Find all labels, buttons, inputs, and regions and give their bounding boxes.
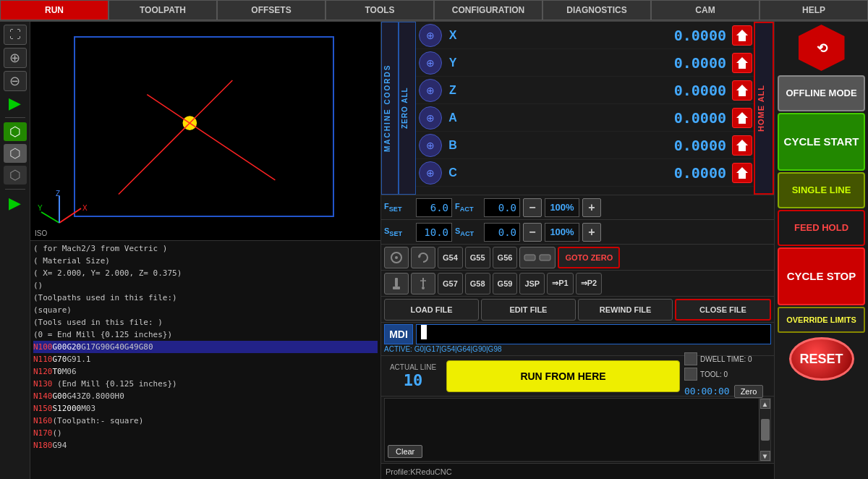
- offline-mode-button[interactable]: OFFLINE MODE: [778, 75, 865, 111]
- feed-minus-button[interactable]: −: [523, 198, 542, 217]
- clear-button[interactable]: Clear: [388, 445, 422, 458]
- speed-row: SSET 10.0 SACT 0.0 − 100% +: [381, 220, 774, 245]
- layer-green-button[interactable]: ⬡: [4, 122, 27, 141]
- home-y-button[interactable]: [732, 53, 752, 73]
- load-file-button[interactable]: LOAD FILE: [384, 299, 479, 321]
- speed-plus-button[interactable]: +: [582, 223, 601, 242]
- svg-line-2: [190, 123, 275, 180]
- layer-dark-button[interactable]: ⬡: [4, 166, 27, 185]
- code-line: (square): [33, 304, 378, 316]
- p1-button[interactable]: ⇒P1: [547, 273, 573, 294]
- canvas-viewport: ISO X Y Z: [30, 22, 380, 240]
- far-right-panel: ⟲ OFFLINE MODE CYCLE START SINGLE LINE F…: [774, 22, 868, 479]
- coord-icon-y[interactable]: ⊕: [419, 51, 442, 75]
- g56-button[interactable]: G56: [493, 247, 518, 268]
- feed-plus-button[interactable]: +: [582, 198, 601, 217]
- layer-gray-button[interactable]: ⬡: [4, 144, 27, 163]
- reset-area: RESET: [778, 337, 865, 381]
- sact-value: 0.0: [484, 223, 520, 242]
- divider: [5, 117, 25, 118]
- logo-area: ⟲: [778, 25, 865, 71]
- nav-toolpath[interactable]: TOOLPATH: [109, 0, 217, 20]
- probe-icon-button[interactable]: [411, 273, 435, 294]
- scroll-bar[interactable]: ▲ ▼: [759, 399, 770, 461]
- logo-icon: ⟲: [799, 25, 845, 71]
- single-line-button[interactable]: SINGLE LINE: [778, 172, 865, 208]
- p2-button[interactable]: ⇒P2: [576, 273, 602, 294]
- nav-run[interactable]: RUN: [0, 0, 109, 20]
- coord-icon-b[interactable]: ⊕: [419, 134, 442, 157]
- canvas-inner: [74, 36, 334, 217]
- mdi-input[interactable]: [416, 324, 771, 344]
- home-c-button[interactable]: [732, 163, 752, 183]
- mdi-label: MDI: [384, 324, 413, 344]
- scroll-thumb[interactable]: [761, 419, 770, 441]
- mdi-row: MDI ACTIVE: G0|G17|G54|G64|G90|G98: [381, 323, 774, 356]
- fset-label: FSET: [384, 202, 413, 213]
- svg-line-3: [190, 80, 232, 123]
- home-all-button[interactable]: HOME ALL: [754, 22, 774, 195]
- reset-button[interactable]: RESET: [789, 337, 854, 381]
- expand-view-button[interactable]: ⛶: [4, 25, 27, 45]
- feed-hold-button[interactable]: FEED HOLD: [778, 210, 865, 246]
- code-line: ( Material Size): [33, 255, 378, 267]
- coord-name-a: A: [445, 111, 461, 124]
- sset-label: SSET: [384, 226, 413, 237]
- zoom-out-button[interactable]: ⊖: [4, 71, 27, 91]
- home-z-button[interactable]: [732, 80, 752, 101]
- nav-diagnostics[interactable]: DIAGNOSTICS: [542, 0, 651, 20]
- g58-button[interactable]: G58: [465, 273, 490, 294]
- code-line: N130 (End Mill {0.125 inches}): [33, 378, 378, 390]
- edit-file-button[interactable]: EDIT FILE: [481, 299, 576, 321]
- play-button2[interactable]: ▶: [9, 194, 21, 213]
- g57-button[interactable]: G57: [438, 273, 463, 294]
- coord-icon-x[interactable]: ⊕: [419, 24, 442, 47]
- g55-button[interactable]: G55: [465, 247, 490, 268]
- run-from-here-button[interactable]: RUN FROM HERE: [446, 360, 680, 392]
- goto-zero-button[interactable]: GOTO ZERO: [558, 247, 620, 268]
- coord-icon-c[interactable]: ⊕: [419, 161, 442, 185]
- nav-configuration[interactable]: CONFIGURATION: [434, 0, 542, 20]
- rewind-file-button[interactable]: REWIND FILE: [578, 299, 673, 321]
- cycle-icon-button[interactable]: [411, 247, 435, 268]
- nav-offsets[interactable]: OFFSETS: [217, 0, 326, 20]
- nav-help[interactable]: HELP: [760, 0, 868, 20]
- coord-icon-z[interactable]: ⊕: [419, 79, 442, 102]
- timer-zero-button[interactable]: Zero: [734, 385, 764, 398]
- scroll-up-arrow[interactable]: ▲: [760, 399, 770, 409]
- nav-cam[interactable]: CAM: [651, 0, 760, 20]
- code-panel[interactable]: ( for Mach2/3 from Vectric ) ( Material …: [30, 240, 380, 479]
- coord-icon-a[interactable]: ⊕: [419, 106, 442, 130]
- scroll-down-arrow[interactable]: ▼: [760, 451, 770, 461]
- override-limits-button[interactable]: OVERRIDE LIMITS: [778, 307, 865, 333]
- scroll-area[interactable]: ▲ ▼ Clear: [384, 398, 771, 462]
- home-b-button[interactable]: [732, 135, 752, 156]
- svg-line-4: [147, 95, 190, 123]
- main-area: ⛶ ⊕ ⊖ ▶ ⬡ ⬡ ⬡ ▶ IS: [0, 22, 868, 479]
- home-x-button[interactable]: [732, 25, 752, 46]
- actual-line-label: ACTUAL LINE: [390, 363, 436, 371]
- coord-row-a: ⊕ A 0.0000: [416, 104, 754, 132]
- code-line: ( X= 2.000, Y= 2.000, Z= 0.375): [33, 267, 378, 279]
- nav-tools[interactable]: TOOLS: [326, 0, 434, 20]
- g54-button[interactable]: G54: [438, 247, 463, 268]
- tool-icon-button[interactable]: [384, 273, 409, 294]
- zero-all-button[interactable]: ZERO ALL: [399, 22, 416, 195]
- code-line: (0 = End Mill {0.125 inches}): [33, 328, 378, 341]
- tool-change-icon-button[interactable]: [519, 247, 556, 268]
- machine-coords-label: MACHINE COORDS: [381, 22, 399, 195]
- home-a-button[interactable]: [732, 108, 752, 128]
- cycle-start-button[interactable]: CYCLE START: [778, 113, 865, 171]
- jsp-button[interactable]: JSP: [519, 273, 545, 294]
- svg-rect-22: [395, 278, 398, 287]
- speed-minus-button[interactable]: −: [523, 223, 542, 242]
- g59-button[interactable]: G59: [493, 273, 518, 294]
- coord-value-x: 0.0000: [461, 27, 732, 44]
- zoom-in-button[interactable]: ⊕: [4, 48, 27, 68]
- cycle-stop-button[interactable]: CYCLE STOP: [778, 247, 865, 305]
- close-file-button[interactable]: CLOSE FILE: [675, 299, 771, 321]
- fset-value: 6.0: [416, 198, 452, 217]
- spindle-icon-button[interactable]: [384, 247, 409, 268]
- svg-point-25: [422, 287, 425, 289]
- play-button[interactable]: ▶: [9, 94, 21, 113]
